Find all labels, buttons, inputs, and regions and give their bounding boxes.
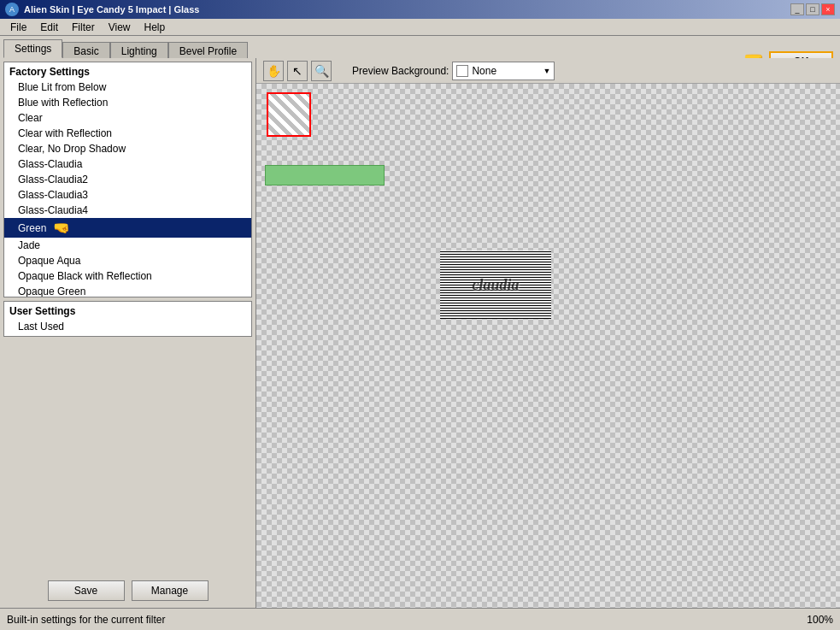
list-item-last-used[interactable]: Last Used (4, 319, 251, 334)
status-bar: Built-in settings for the current filter… (0, 608, 840, 630)
maximize-button[interactable]: □ (806, 3, 819, 15)
preview-red-box (267, 92, 311, 137)
tab-basic[interactable]: Basic (62, 42, 109, 60)
list-item-green[interactable]: Green 🤜 (4, 218, 251, 238)
menu-filter[interactable]: Filter (65, 20, 102, 35)
main-content: Factory Settings Blue Lit from Below Blu… (0, 58, 840, 608)
tab-lighting[interactable]: Lighting (110, 42, 168, 60)
preview-toolbar: ✋ ↖ 🔍 Preview Background: None ▼ (256, 58, 840, 84)
list-item-glass-claudia[interactable]: Glass-Claudia (4, 156, 251, 172)
claudia-text: claudia (472, 276, 519, 294)
window-title: Alien Skin | Eye Candy 5 Impact | Glass (24, 4, 199, 15)
list-item-opaque-black[interactable]: Opaque Black with Reflection (4, 268, 251, 284)
preview-claudia: claudia (440, 250, 551, 319)
list-item-blue-lit[interactable]: Blue Lit from Below (4, 79, 251, 95)
menu-edit[interactable]: Edit (33, 20, 65, 35)
menu-view[interactable]: View (102, 20, 138, 35)
menu-help[interactable]: Help (138, 20, 173, 35)
bottom-buttons: Save Manage (3, 577, 252, 604)
list-item-opaque-green[interactable]: Opaque Green (4, 284, 251, 297)
preview-bg-select[interactable]: None ▼ (452, 62, 555, 80)
settings-list: Factory Settings Blue Lit from Below Blu… (4, 62, 251, 297)
title-bar: A Alien Skin | Eye Candy 5 Impact | Glas… (0, 0, 840, 19)
pointer-tool-icon: ↖ (292, 64, 303, 78)
zoom-tool-button[interactable]: 🔍 (311, 61, 332, 81)
settings-list-container: Factory Settings Blue Lit from Below Blu… (3, 62, 252, 297)
hand-tool-icon: ✋ (267, 64, 281, 78)
manage-button[interactable]: Manage (132, 580, 209, 601)
preview-bg-label: Preview Background: (352, 65, 449, 77)
factory-settings-header: Factory Settings (4, 64, 251, 79)
menu-file[interactable]: File (3, 20, 33, 35)
zoom-level: 100% (807, 614, 833, 626)
left-panel: Factory Settings Blue Lit from Below Blu… (0, 58, 256, 608)
pointer-tool-button[interactable]: ↖ (287, 61, 308, 81)
tab-bevel-profile[interactable]: Bevel Profile (168, 42, 248, 60)
dropdown-arrow-icon: ▼ (543, 67, 550, 75)
list-item-glass-claudia4[interactable]: Glass-Claudia4 (4, 203, 251, 218)
list-item-clear-no-drop[interactable]: Clear, No Drop Shadow (4, 141, 251, 156)
window-controls: _ □ × (790, 3, 835, 15)
right-panel: ✋ ↖ 🔍 Preview Background: None ▼ c (256, 58, 840, 608)
list-item-blue-reflection[interactable]: Blue with Reflection (4, 95, 251, 110)
app-icon: A (5, 3, 19, 16)
hand-cursor-green: 🤜 (53, 220, 70, 236)
bg-color-swatch (456, 65, 468, 77)
minimize-button[interactable]: _ (790, 3, 804, 15)
list-item-opaque-aqua[interactable]: Opaque Aqua (4, 253, 251, 268)
close-button[interactable]: × (821, 3, 835, 15)
list-item-glass-claudia2[interactable]: Glass-Claudia2 (4, 172, 251, 187)
list-item-clear-reflection[interactable]: Clear with Reflection (4, 126, 251, 141)
zoom-tool-icon: 🔍 (314, 64, 329, 78)
user-settings-header: User Settings (4, 303, 251, 319)
list-item-clear[interactable]: Clear (4, 110, 251, 126)
preview-green-bar (265, 165, 385, 185)
hand-tool-button[interactable]: ✋ (263, 61, 284, 81)
tabs-row: Settings Basic Lighting Bevel Profile 🤜 … (0, 36, 840, 58)
status-message: Built-in settings for the current filter (7, 614, 165, 626)
menu-bar: File Edit Filter View Help (0, 19, 840, 36)
list-item-glass-claudia3[interactable]: Glass-Claudia3 (4, 187, 251, 203)
canvas-area: claudia (256, 84, 840, 608)
tab-settings[interactable]: Settings (3, 39, 62, 58)
spacer (3, 340, 252, 574)
save-button[interactable]: Save (48, 580, 125, 601)
user-settings-container: User Settings Last Used (3, 301, 252, 337)
list-item-jade[interactable]: Jade (4, 238, 251, 253)
